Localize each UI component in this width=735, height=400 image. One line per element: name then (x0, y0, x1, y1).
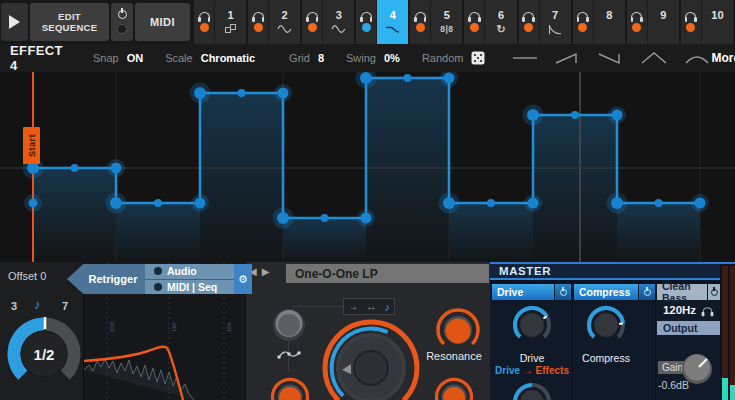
more-button[interactable]: More (711, 51, 735, 65)
track-tab-2[interactable]: 2 (248, 0, 300, 44)
radio-icon (154, 267, 162, 275)
power-icon (118, 10, 127, 19)
option-audio-label: Audio (167, 265, 197, 277)
track-tab-5[interactable]: 58|8 (410, 0, 462, 44)
track-select[interactable]: 10 (702, 0, 733, 44)
step-sequencer-canvas[interactable]: Start (0, 72, 735, 262)
preset-name-bar[interactable]: One-O-One LP (286, 264, 489, 283)
output-section-header[interactable]: Output (657, 321, 720, 335)
midi-button[interactable]: MIDI (135, 3, 190, 41)
track-select[interactable]: 4 (377, 0, 408, 44)
headphone-icon (577, 12, 588, 19)
track-tab-3[interactable]: 3 (302, 0, 354, 44)
track-monitor[interactable] (627, 0, 648, 44)
svg-text:1/2: 1/2 (34, 346, 55, 363)
track-monitor[interactable] (410, 0, 431, 44)
track-select[interactable]: 3 (323, 0, 354, 44)
track-monitor[interactable] (248, 0, 269, 44)
sequencer-graph (0, 72, 735, 262)
track-monitor[interactable] (681, 0, 702, 44)
track-select[interactable]: 8 (594, 0, 625, 44)
drive-module-header[interactable]: Drive (492, 284, 554, 300)
track-select[interactable]: 6↻ (485, 0, 516, 44)
option-audio[interactable]: Audio (145, 264, 234, 280)
triangle-shape-icon[interactable] (640, 51, 668, 65)
envelope-icon (385, 23, 400, 35)
swing-value[interactable]: 0% (384, 52, 400, 64)
snap-value[interactable]: ON (127, 52, 144, 64)
counter-icon: 8|8 (440, 23, 453, 35)
edit-sequence-button[interactable]: EDIT SEQUENCE (30, 3, 109, 41)
arrow-mode-icon[interactable]: → (348, 301, 358, 312)
bidir-mode-icon[interactable]: ↔ (366, 301, 376, 312)
track-activity-dot (254, 23, 263, 32)
headphone-icon (523, 12, 534, 19)
track-tab-4[interactable]: 4 (356, 0, 408, 44)
track-activity-dot (308, 23, 317, 32)
track-activity-dot (200, 23, 209, 32)
knob-indicator-dot (117, 24, 127, 34)
compress-power-button[interactable] (639, 284, 655, 300)
decay-icon (548, 23, 562, 35)
freq-label-10k: 10k (226, 322, 232, 332)
compress-module-header[interactable]: Compress (574, 284, 638, 300)
next-preset-icon[interactable]: ▶ (262, 266, 275, 277)
start-marker[interactable]: Start (23, 127, 40, 164)
drive-mix-knob[interactable] (508, 378, 556, 400)
device-power-toggle[interactable] (111, 3, 133, 41)
shape-presets (511, 51, 711, 65)
ramp-down-shape-icon[interactable] (597, 51, 625, 65)
mod-curve-icon[interactable] (276, 346, 302, 364)
flat-shape-icon[interactable] (511, 51, 539, 65)
scale-value[interactable]: Chromatic (201, 52, 255, 64)
track-select[interactable]: 9 (648, 0, 679, 44)
cleanbass-module-header[interactable]: Clean Bass (657, 284, 707, 300)
drive-knob[interactable] (508, 301, 556, 353)
ramp-up-shape-icon[interactable] (554, 51, 582, 65)
track-monitor[interactable] (573, 0, 594, 44)
track-select[interactable]: 1 (215, 0, 246, 44)
track-monitor[interactable] (194, 0, 215, 44)
track-tab-10[interactable]: 10 (681, 0, 733, 44)
track-select[interactable]: 2 (269, 0, 300, 44)
play-button[interactable] (1, 3, 28, 41)
retrigger-tab[interactable]: Retrigger (67, 264, 145, 294)
master-title: MASTER (490, 264, 720, 280)
cleanbass-power-button[interactable] (708, 284, 720, 300)
offset-label[interactable]: Offset 0 (8, 270, 46, 282)
grid-value[interactable]: 8 (318, 52, 324, 64)
track-tab-9[interactable]: 9 (627, 0, 679, 44)
cutoff-knob[interactable] (316, 313, 426, 400)
cleanbass-freq[interactable]: 120Hz (657, 304, 719, 316)
music-app: EDIT SEQUENCE MIDI 123458|86↻78910 EFFEC… (0, 0, 735, 400)
speed-knob[interactable]: 1/2 (2, 312, 86, 400)
sine-icon (331, 23, 346, 35)
note-sync-icon[interactable]: ♪ (384, 301, 390, 313)
drive-routing[interactable]: Drive → Effects (492, 365, 572, 376)
track-monitor[interactable] (356, 0, 377, 44)
track-tab-7[interactable]: 7 (519, 0, 571, 44)
track-select[interactable]: 58|8 (431, 0, 462, 44)
drive-power-button[interactable] (555, 284, 571, 300)
track-tab-6[interactable]: 6↻ (464, 0, 516, 44)
meter-right (730, 266, 735, 400)
track-tabs: 123458|86↻78910 (194, 0, 735, 44)
track-number: 2 (282, 9, 288, 21)
edit-sequence-label-2: SEQUENCE (42, 22, 98, 33)
track-tab-8[interactable]: 8 (573, 0, 625, 44)
mod-depth-knob[interactable] (271, 307, 307, 347)
curve-shape-icon[interactable] (683, 51, 711, 65)
drive-amount-knob[interactable] (431, 374, 477, 400)
track-select[interactable]: 7 (540, 0, 571, 44)
track-activity-dot (686, 23, 695, 32)
track-monitor[interactable] (519, 0, 540, 44)
env-amount-knob[interactable] (267, 374, 313, 400)
random-dice-icon[interactable] (471, 51, 485, 65)
track-monitor[interactable] (302, 0, 323, 44)
retrigger-settings-button[interactable]: ⚙ (234, 264, 252, 294)
track-monitor[interactable] (464, 0, 485, 44)
option-midi-seq[interactable]: MIDI | Seq (145, 280, 234, 295)
compress-knob[interactable] (582, 301, 630, 353)
effect-toolbar: EFFECT 4 Snap ON Scale Chromatic Grid 8 … (0, 44, 735, 72)
track-tab-1[interactable]: 1 (194, 0, 246, 44)
